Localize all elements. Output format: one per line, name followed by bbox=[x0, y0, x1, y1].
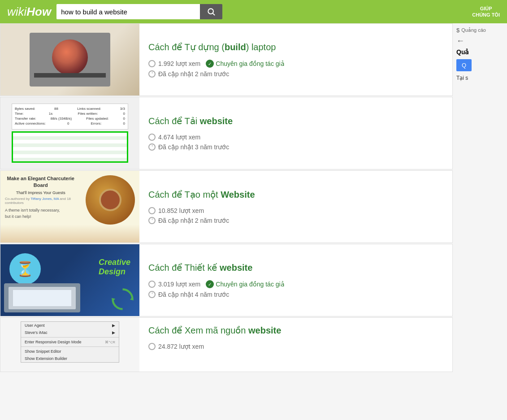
result-title-5[interactable]: Cách để Xem mã nguồn website bbox=[148, 325, 443, 336]
result-card-2: Bytes saved:88Links scanned:3/3 Time:1sF… bbox=[0, 97, 453, 169]
help-button[interactable]: GIÚP CHÚNG TÔI bbox=[472, 5, 500, 18]
views-item-2: 4.674 lượt xem bbox=[148, 134, 200, 141]
meta-row-views-2: 4.674 lượt xem bbox=[148, 134, 443, 141]
cd-drive-illustration bbox=[30, 33, 110, 87]
menu-item-snippet[interactable]: Show Snippet Editor bbox=[21, 348, 119, 355]
clock-icon-1 bbox=[148, 70, 156, 78]
result-thumb-1 bbox=[0, 24, 139, 95]
context-menu: User Agent ▶ Steve's iMac ▶ Enter Respon… bbox=[21, 321, 119, 363]
title-bold-3: Website bbox=[221, 190, 255, 199]
menu-item-responsive[interactable]: Enter Responsive Design Mode ⌘⌥R bbox=[21, 338, 119, 346]
search-bar bbox=[56, 4, 245, 19]
menu-item-user-agent[interactable]: User Agent ▶ bbox=[21, 322, 119, 329]
views-item-4: 3.019 lượt xem bbox=[148, 281, 200, 288]
result-thumb-2: Bytes saved:88Links scanned:3/3 Time:1sF… bbox=[0, 97, 139, 169]
result-info-2: Cách để Tải website 4.674 lượt xem Đã cậ… bbox=[139, 97, 452, 169]
result-thumb-3: Make an Elegant Charcuterie BoardThat'll… bbox=[0, 171, 139, 242]
menu-separator-1 bbox=[21, 337, 119, 338]
result-meta-1: 1.992 lượt xem ✓ Chuyên gia đồng tác giả… bbox=[148, 60, 443, 78]
menu-item-imac[interactable]: Steve's iMac ▶ bbox=[21, 329, 119, 336]
menu-separator-2 bbox=[21, 346, 119, 347]
ad-label: Quảng cáo bbox=[461, 27, 486, 33]
menu-item-extension[interactable]: Show Extension Builder bbox=[21, 355, 119, 362]
views-text-2: 4.674 lượt xem bbox=[158, 134, 200, 141]
expert-check-icon-4: ✓ bbox=[206, 280, 214, 288]
creative-design-text: CreativeDesign bbox=[99, 258, 130, 277]
menu-label-user-agent: User Agent bbox=[25, 323, 45, 328]
views-icon-2 bbox=[148, 134, 156, 141]
result-title-4[interactable]: Cách để Thiết kế website bbox=[148, 262, 443, 273]
result-thumb-5: User Agent ▶ Steve's iMac ▶ Enter Respon… bbox=[0, 318, 139, 372]
menu-label-imac: Steve's iMac bbox=[25, 330, 48, 335]
dollar-icon: $ bbox=[456, 27, 459, 34]
search-icon bbox=[207, 7, 216, 16]
arrows-icon bbox=[110, 287, 135, 312]
logo-how: How bbox=[26, 5, 51, 19]
results-area: Cách để Tự dựng (build) laptop 1.992 lượ… bbox=[0, 23, 453, 373]
result-info-5: Cách để Xem mã nguồn website 24.872 lượt… bbox=[139, 318, 452, 372]
help-line1: GIÚP bbox=[480, 6, 492, 11]
views-text-5: 24.872 lượt xem bbox=[158, 343, 204, 350]
date-item-2: Đã cập nhật 3 năm trước bbox=[148, 143, 229, 151]
cd-tray bbox=[34, 73, 106, 78]
meta-row-date-2: Đã cập nhật 3 năm trước bbox=[148, 143, 443, 151]
back-arrow-button[interactable]: ← bbox=[456, 36, 503, 46]
menu-arrow-1: ▶ bbox=[112, 330, 115, 335]
clock-icon-4 bbox=[148, 291, 156, 298]
views-icon-5 bbox=[148, 343, 156, 350]
menu-label-snippet: Show Snippet Editor bbox=[25, 349, 61, 354]
result-title-1[interactable]: Cách để Tự dựng (build) laptop bbox=[148, 42, 443, 52]
charcuterie-author: Co-authored by Tiffany Jones, MA and 18 … bbox=[5, 197, 77, 205]
expert-check-icon-1: ✓ bbox=[206, 60, 214, 68]
meta-row-date-4: Đã cập nhật 4 năm trước bbox=[148, 291, 443, 298]
ad-badge: $ Quảng cáo bbox=[456, 27, 503, 34]
updated-text-3: Đã cập nhật 2 năm trước bbox=[158, 217, 229, 224]
views-item-5: 24.872 lượt xem bbox=[148, 343, 204, 350]
result-title-2[interactable]: Cách để Tải website bbox=[148, 116, 443, 126]
search-input[interactable] bbox=[56, 4, 200, 19]
svg-line-1 bbox=[213, 13, 215, 15]
views-item-3: 10.852 lượt xem bbox=[148, 207, 204, 214]
search-button[interactable] bbox=[200, 4, 222, 19]
result-card-1: Cách để Tự dựng (build) laptop 1.992 lượ… bbox=[0, 23, 453, 96]
clock-icon-2 bbox=[148, 143, 156, 151]
views-icon-4 bbox=[148, 281, 156, 288]
hourglass-icon: ⏳ bbox=[16, 260, 34, 277]
food-photo bbox=[86, 175, 135, 225]
result-meta-4: 3.019 lượt xem ✓ Chuyên gia đồng tác giả… bbox=[148, 280, 443, 298]
views-icon-3 bbox=[148, 207, 156, 214]
main-container: Cách để Tự dựng (build) laptop 1.992 lượ… bbox=[0, 23, 507, 373]
views-text-1: 1.992 lượt xem bbox=[158, 60, 200, 67]
result-meta-2: 4.674 lượt xem Đã cập nhật 3 năm trước bbox=[148, 134, 443, 151]
title-bold-5: website bbox=[248, 325, 281, 335]
logo-wiki: wiki bbox=[7, 5, 26, 19]
title-bold-4: website bbox=[220, 263, 252, 273]
menu-arrow-0: ▶ bbox=[112, 323, 115, 328]
table-preview bbox=[13, 133, 127, 161]
hourglass-circle: ⏳ bbox=[9, 253, 41, 285]
date-item-1: Đã cập nhật 2 năm trước bbox=[148, 70, 229, 78]
hands-gradient bbox=[0, 225, 139, 242]
expert-badge-4: ✓ Chuyên gia đồng tác giả bbox=[206, 280, 284, 288]
sidebar-text: Tại s bbox=[456, 75, 503, 81]
result-title-3[interactable]: Cách để Tạo một Website bbox=[148, 189, 443, 200]
meta-row-views-5: 24.872 lượt xem bbox=[148, 343, 443, 350]
updated-text-2: Đã cập nhật 3 năm trước bbox=[158, 143, 229, 151]
updated-text-1: Đã cập nhật 2 năm trước bbox=[158, 70, 229, 78]
expert-badge-1: ✓ Chuyên gia đồng tác giả bbox=[206, 60, 284, 68]
logo: wikiHow bbox=[7, 5, 51, 19]
result-info-4: Cách để Thiết kế website 3.019 lượt xem … bbox=[139, 244, 452, 316]
date-item-4: Đã cập nhật 4 năm trước bbox=[148, 291, 229, 298]
charcuterie-body: A theme isn't totally necessary,but it c… bbox=[5, 208, 77, 220]
sidebar: $ Quảng cáo ← Quả Q Tại s bbox=[453, 23, 507, 373]
meta-row-date-1: Đã cập nhật 2 năm trước bbox=[148, 70, 443, 78]
info-box: Bytes saved:88Links scanned:3/3 Time:1sF… bbox=[12, 104, 128, 130]
sidebar-blue-button[interactable]: Q bbox=[456, 59, 472, 71]
views-item-1: 1.992 lượt xem bbox=[148, 60, 200, 67]
result-info-1: Cách để Tự dựng (build) laptop 1.992 lượ… bbox=[139, 24, 452, 95]
updated-text-4: Đã cập nhật 4 năm trước bbox=[158, 291, 229, 298]
meta-row-date-3: Đã cập nhật 2 năm trước bbox=[148, 217, 443, 224]
result-meta-3: 10.852 lượt xem Đã cập nhật 2 năm trước bbox=[148, 207, 443, 224]
result-info-3: Cách để Tạo một Website 10.852 lượt xem … bbox=[139, 171, 452, 242]
header: wikiHow GIÚP CHÚNG TÔI bbox=[0, 0, 507, 23]
